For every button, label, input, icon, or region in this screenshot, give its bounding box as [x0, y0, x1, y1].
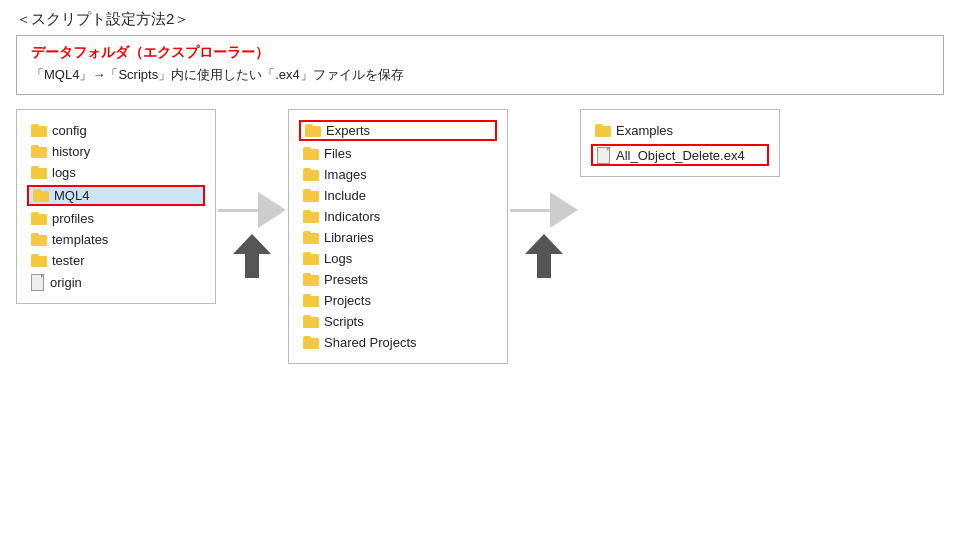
list-item: history — [27, 141, 205, 162]
page-title: ＜スクリプト設定方法2＞ — [0, 0, 960, 35]
arrow-wrapper-2 — [508, 192, 580, 228]
file-icon — [31, 274, 45, 290]
folder-icon — [31, 254, 47, 267]
list-item: Scripts — [299, 311, 497, 332]
folder-icon — [305, 124, 321, 137]
list-item: Examples — [591, 120, 769, 141]
info-box-title: データフォルダ（エクスプローラー） — [31, 44, 929, 62]
item-label: config — [52, 123, 87, 138]
item-label: MQL4 — [54, 188, 89, 203]
list-item: Indicators — [299, 206, 497, 227]
mql4-item: MQL4 — [27, 185, 205, 206]
list-item: Presets — [299, 269, 497, 290]
item-label: Files — [324, 146, 351, 161]
list-item: tester — [27, 250, 205, 271]
svg-marker-0 — [233, 234, 271, 278]
folder-icon — [303, 210, 319, 223]
item-label: profiles — [52, 211, 94, 226]
folder-icon — [303, 252, 319, 265]
item-label: history — [52, 144, 90, 159]
dark-arrow-icon — [233, 234, 271, 281]
dark-arrow-svg-2 — [525, 234, 563, 278]
item-label: Experts — [326, 123, 370, 138]
svg-marker-1 — [525, 234, 563, 278]
item-label: origin — [50, 275, 82, 290]
file-icon — [597, 147, 611, 163]
arrow-line-2 — [510, 209, 550, 212]
arrow-wrapper — [216, 192, 288, 228]
arrow-area-2 — [508, 192, 580, 281]
item-label: Scripts — [324, 314, 364, 329]
list-item: config — [27, 120, 205, 141]
item-label: Include — [324, 188, 366, 203]
folder-icon — [303, 336, 319, 349]
list-item: profiles — [27, 208, 205, 229]
item-label: Shared Projects — [324, 335, 417, 350]
list-item: Libraries — [299, 227, 497, 248]
folder-icon — [31, 124, 47, 137]
folder-icon — [303, 147, 319, 160]
panel2: Experts Files Images Include Indicators … — [288, 109, 508, 364]
light-arrow-icon-2 — [550, 192, 578, 228]
folder-icon — [303, 294, 319, 307]
item-label: Images — [324, 167, 367, 182]
list-item: templates — [27, 229, 205, 250]
experts-item: Experts — [299, 120, 497, 141]
item-label: Libraries — [324, 230, 374, 245]
item-label: Presets — [324, 272, 368, 287]
folder-icon — [595, 124, 611, 137]
list-item: Projects — [299, 290, 497, 311]
item-label: All_Object_Delete.ex4 — [616, 148, 745, 163]
folder-icon — [303, 189, 319, 202]
item-label: Projects — [324, 293, 371, 308]
panel3: Examples All_Object_Delete.ex4 — [580, 109, 780, 177]
list-item: Shared Projects — [299, 332, 497, 353]
item-label: Logs — [324, 251, 352, 266]
panel1: config history logs MQL4 profiles templa… — [16, 109, 216, 304]
list-item: Include — [299, 185, 497, 206]
folder-icon — [33, 189, 49, 202]
folder-icon — [303, 168, 319, 181]
folder-icon — [303, 231, 319, 244]
list-item: logs — [27, 162, 205, 183]
item-label: Indicators — [324, 209, 380, 224]
ex4-file-item: All_Object_Delete.ex4 — [591, 144, 769, 166]
arrow-line — [218, 209, 258, 212]
list-item: Files — [299, 143, 497, 164]
folder-icon — [303, 315, 319, 328]
item-label: templates — [52, 232, 108, 247]
folder-icon — [31, 212, 47, 225]
item-label: Examples — [616, 123, 673, 138]
list-item: origin — [27, 271, 205, 293]
folder-icon — [31, 233, 47, 246]
list-item: Logs — [299, 248, 497, 269]
folder-icon — [303, 273, 319, 286]
dark-arrow-svg — [233, 234, 271, 278]
list-item: Images — [299, 164, 497, 185]
item-label: tester — [52, 253, 85, 268]
diagrams-row: config history logs MQL4 profiles templa… — [0, 109, 960, 364]
dark-arrow-icon-2 — [525, 234, 563, 281]
arrow-area-1 — [216, 192, 288, 281]
info-box: データフォルダ（エクスプローラー） 「MQL4」→「Scripts」内に使用した… — [16, 35, 944, 95]
folder-icon — [31, 145, 47, 158]
folder-icon — [31, 166, 47, 179]
info-box-desc: 「MQL4」→「Scripts」内に使用したい「.ex4」ファイルを保存 — [31, 66, 929, 84]
item-label: logs — [52, 165, 76, 180]
light-arrow-icon — [258, 192, 286, 228]
